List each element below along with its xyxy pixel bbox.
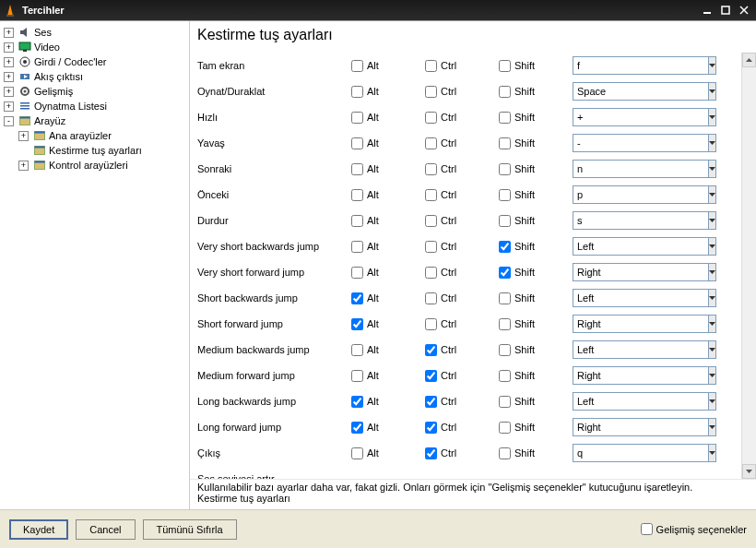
ctrl-checkbox[interactable] <box>425 267 437 279</box>
chevron-down-icon[interactable] <box>709 108 716 126</box>
cancel-button[interactable]: Cancel <box>76 519 135 540</box>
alt-checkbox[interactable] <box>351 137 363 149</box>
key-combo-input[interactable] <box>573 211 709 230</box>
key-combo-input[interactable] <box>573 160 709 178</box>
tree-item[interactable]: +Ses <box>2 25 187 40</box>
chevron-down-icon[interactable] <box>709 82 716 101</box>
reset-all-button[interactable]: Tümünü Sıfırla <box>143 519 237 540</box>
key-combo-input[interactable] <box>573 237 709 256</box>
key-combo-input[interactable] <box>573 418 709 436</box>
chevron-down-icon[interactable] <box>709 315 716 333</box>
ctrl-checkbox[interactable] <box>425 112 437 124</box>
shift-checkbox[interactable] <box>499 163 511 175</box>
ctrl-checkbox[interactable] <box>425 86 437 98</box>
chevron-down-icon[interactable] <box>709 392 716 411</box>
tree-item[interactable]: +Girdi / Codec'ler <box>2 54 187 69</box>
shift-checkbox[interactable] <box>499 86 511 98</box>
chevron-down-icon[interactable] <box>709 56 716 75</box>
expand-icon[interactable]: + <box>18 161 29 171</box>
alt-checkbox[interactable] <box>351 189 363 201</box>
alt-checkbox[interactable] <box>351 267 363 279</box>
save-button[interactable]: Kaydet <box>9 519 68 540</box>
collapse-icon[interactable]: - <box>4 116 14 126</box>
key-combo-input[interactable] <box>573 289 709 307</box>
shift-checkbox[interactable] <box>499 189 511 201</box>
chevron-down-icon[interactable] <box>709 289 716 307</box>
key-combo-input[interactable] <box>573 134 709 152</box>
alt-checkbox[interactable] <box>351 163 363 175</box>
alt-checkbox[interactable] <box>351 112 363 124</box>
tree-item[interactable]: +Akış çıktısı <box>2 69 187 84</box>
scrollbar[interactable] <box>741 53 756 479</box>
alt-checkbox[interactable] <box>351 370 363 382</box>
ctrl-checkbox[interactable] <box>425 292 437 304</box>
key-combo-input[interactable] <box>573 108 709 126</box>
shift-checkbox[interactable] <box>499 422 511 434</box>
ctrl-checkbox[interactable] <box>425 447 437 459</box>
alt-checkbox[interactable] <box>351 86 363 98</box>
shift-checkbox[interactable] <box>499 370 511 382</box>
key-combo-input[interactable] <box>573 315 709 333</box>
shift-checkbox[interactable] <box>499 241 511 253</box>
advanced-options-input[interactable] <box>641 523 653 535</box>
alt-checkbox[interactable] <box>351 318 363 330</box>
expand-icon[interactable]: + <box>4 72 14 82</box>
shift-checkbox[interactable] <box>499 396 511 408</box>
alt-checkbox[interactable] <box>351 422 363 434</box>
key-combo-input[interactable] <box>573 82 709 101</box>
ctrl-checkbox[interactable] <box>425 422 437 434</box>
chevron-down-icon[interactable] <box>709 237 716 256</box>
shift-checkbox[interactable] <box>499 137 511 149</box>
advanced-options-checkbox[interactable]: Gelişmiş seçenekler <box>641 523 747 535</box>
alt-checkbox[interactable] <box>351 396 363 408</box>
shift-checkbox[interactable] <box>499 215 511 227</box>
shift-checkbox[interactable] <box>499 60 511 72</box>
chevron-down-icon[interactable] <box>709 185 716 204</box>
key-combo-input[interactable] <box>573 392 709 411</box>
alt-checkbox[interactable] <box>351 344 363 356</box>
key-combo-input[interactable] <box>573 444 709 462</box>
chevron-down-icon[interactable] <box>709 211 716 230</box>
shift-checkbox[interactable] <box>499 267 511 279</box>
shift-checkbox[interactable] <box>499 318 511 330</box>
ctrl-checkbox[interactable] <box>425 344 437 356</box>
shift-checkbox[interactable] <box>499 112 511 124</box>
ctrl-checkbox[interactable] <box>425 163 437 175</box>
expand-icon[interactable]: + <box>18 131 29 141</box>
tree-item[interactable]: +Oynatma Listesi <box>2 99 187 113</box>
tree-item[interactable]: +Video <box>2 40 187 54</box>
shift-checkbox[interactable] <box>499 292 511 304</box>
ctrl-checkbox[interactable] <box>425 189 437 201</box>
alt-checkbox[interactable] <box>351 60 363 72</box>
key-combo-input[interactable] <box>573 340 709 359</box>
chevron-down-icon[interactable] <box>709 263 716 281</box>
minimize-button[interactable] <box>699 4 715 17</box>
tree-item[interactable]: Kestirme tuş ayarları <box>2 143 187 158</box>
expand-icon[interactable]: + <box>4 28 14 38</box>
chevron-down-icon[interactable] <box>709 134 716 152</box>
category-tree[interactable]: +Ses+Video+Girdi / Codec'ler+Akış çıktıs… <box>0 21 190 509</box>
scroll-up-button[interactable] <box>742 53 756 67</box>
ctrl-checkbox[interactable] <box>425 370 437 382</box>
alt-checkbox[interactable] <box>351 241 363 253</box>
key-combo-input[interactable] <box>573 263 709 281</box>
chevron-down-icon[interactable] <box>709 340 716 359</box>
shift-checkbox[interactable] <box>499 344 511 356</box>
expand-icon[interactable]: + <box>4 87 14 97</box>
ctrl-checkbox[interactable] <box>425 318 437 330</box>
expand-icon[interactable]: + <box>4 57 14 67</box>
chevron-down-icon[interactable] <box>709 366 716 385</box>
ctrl-checkbox[interactable] <box>425 215 437 227</box>
ctrl-checkbox[interactable] <box>425 137 437 149</box>
alt-checkbox[interactable] <box>351 215 363 227</box>
expand-icon[interactable]: + <box>4 42 14 53</box>
expand-icon[interactable]: + <box>4 101 14 112</box>
ctrl-checkbox[interactable] <box>425 60 437 72</box>
ctrl-checkbox[interactable] <box>425 396 437 408</box>
tree-item[interactable]: +Ana arayüzler <box>2 128 187 143</box>
ctrl-checkbox[interactable] <box>425 241 437 253</box>
close-button[interactable] <box>736 4 752 17</box>
key-combo-input[interactable] <box>573 185 709 204</box>
tree-item[interactable]: +Kontrol arayüzleri <box>2 158 187 173</box>
key-combo-input[interactable] <box>573 366 709 385</box>
